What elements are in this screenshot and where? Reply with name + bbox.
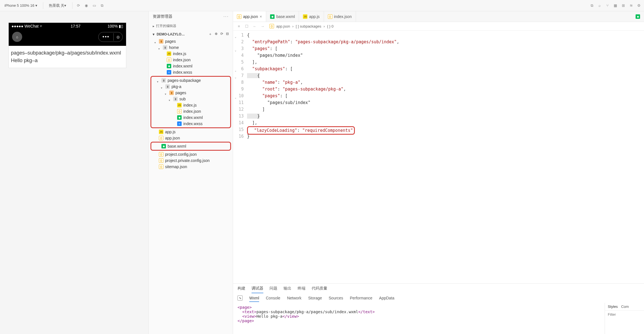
search-icon[interactable]: ⌕ [597,3,602,8]
fold-icon[interactable]: ⌄ [235,33,236,40]
code-line[interactable]: } [247,113,399,119]
device-selector[interactable]: iPhone 5 100% 16 ▾ [2,2,40,9]
project-header[interactable]: ▾ DEMO-LAZYLO… ＋ ⊕ ⟳ ⊟ [149,30,233,38]
tree-item[interactable]: ▮home [149,44,233,51]
dom-node[interactable]: <view>Hello pkg-a</view> [237,314,600,319]
tree-item[interactable]: {}sitemap.json [149,164,233,170]
code-line[interactable]: "pages/home/index" [247,52,399,59]
breadcrumb-node[interactable]: { } 0 [327,24,334,28]
new-file-icon[interactable]: ＋ [209,32,212,37]
breadcrumb-file[interactable]: app.json [276,24,290,28]
devtools-tab[interactable]: Performance [350,296,372,301]
code-line[interactable]: "name": "pkg-a", [247,79,399,86]
devtools-tab[interactable]: Sources [329,296,343,301]
code-line[interactable]: "pages": [ [247,45,399,52]
bookmark-icon[interactable]: ☐ [244,24,249,29]
panel-tab[interactable]: 代码质量 [312,286,327,293]
editor-tab[interactable]: {}index.json [324,11,356,22]
dom-node[interactable]: <page> [237,305,600,310]
code-line[interactable]: "pages/sub/index" [247,99,399,106]
copy-icon[interactable]: ⧉ [589,3,595,8]
fold-icon[interactable]: ⌄ [235,47,236,54]
inspect-icon[interactable]: ⬉ [237,295,243,301]
editor-tab[interactable]: ◆base.wxml [266,11,299,22]
panel-tab[interactable]: 构建 [237,286,245,293]
close-target-icon[interactable]: ◎ [113,33,122,41]
open-editors-section[interactable]: ▸ 打开的编辑器 [149,22,233,30]
tree-item[interactable]: ◆index.wxml [149,63,233,69]
capsule-button[interactable]: ••• ◎ [98,32,123,42]
tree-item[interactable]: JSapp.js [149,129,233,135]
code-line[interactable]: { [247,72,399,79]
tree-item[interactable]: ◆index.wxml [151,114,230,121]
more-icon[interactable]: ··· [223,14,229,19]
code-line[interactable]: "subpackages": [ [247,66,399,72]
panel-tab[interactable]: 终端 [298,286,305,293]
breadcrumb-node[interactable]: [ ] subpackages [296,24,321,28]
code-line[interactable]: ] [247,106,399,113]
panel-tab[interactable]: 输出 [284,286,291,293]
tree-item[interactable]: {}index.json [151,108,230,114]
code-line[interactable]: "root": "pages-subpackage/pkg-a", [247,86,399,92]
tree-item[interactable]: JSindex.js [149,51,233,57]
dom-node[interactable]: <text>pages-subpackage/pkg-a/pages/sub/i… [237,310,600,314]
code-editor[interactable]: 1⌄23⌄456⌄7⌄8910⌄111213141516 { "entryPag… [233,31,644,283]
menu-dots-icon[interactable]: ••• [99,32,113,42]
code-line[interactable]: { [247,32,399,39]
new-folder-icon[interactable]: ⊕ [215,32,218,37]
tree-item[interactable]: ≡index.wxss [149,69,233,75]
stop-icon[interactable]: ◉ [84,3,89,8]
tree-item[interactable]: ◆base.wxml [151,143,230,149]
home-icon[interactable]: ⌂ [12,32,22,42]
devtools-tab[interactable]: Console [266,296,280,301]
tree-item[interactable]: ▮pages-subpackage [151,77,230,84]
code-line[interactable]: ], [247,119,399,126]
editor-tab[interactable]: JSapp.js [299,11,324,22]
devtools-tab[interactable]: Network [287,296,301,301]
devtools-tab[interactable]: Storage [308,296,322,301]
tree-item[interactable]: {}project.config.json [149,151,233,157]
tree-item[interactable]: {}index.json [149,57,233,63]
fold-icon[interactable]: ⌄ [235,74,236,81]
refresh-icon[interactable]: ⟳ [76,3,81,8]
code-line[interactable]: "pages": [ [247,92,399,99]
dom-view[interactable]: <page> <text>pages-subpackage/pkg-a/page… [233,303,605,334]
tree-item[interactable]: ▮pkg-a [151,84,230,90]
tree-item[interactable]: {}project.private.config.json [149,157,233,164]
grid-icon[interactable]: ⊞ [620,3,626,8]
tree-item[interactable]: {}app.json [149,135,233,141]
ext-icon[interactable]: ▦ [613,3,618,8]
branch-icon[interactable]: ⑂ [605,3,610,8]
collapse-icon[interactable]: ⊟ [226,32,229,37]
phone-icon[interactable]: ▭ [92,3,97,8]
forward-icon[interactable]: → [260,24,265,29]
filter-input[interactable] [608,312,641,317]
editor-tab[interactable]: {}app.json× [233,11,266,22]
devtools-tab[interactable]: AppData [379,296,394,301]
panel-tab[interactable]: 调试器 [252,286,263,293]
code-line[interactable]: ], [247,59,399,66]
computed-tab[interactable]: Com [621,304,629,309]
tree-item[interactable]: ▮pages [149,38,233,44]
docker-icon[interactable]: ≋ [628,3,634,8]
tree-item[interactable]: ▮pages [151,90,230,96]
fold-icon[interactable]: ⌄ [235,94,236,101]
tree-item[interactable]: JSindex.js [151,102,230,108]
hot-reload-toggle[interactable]: 热重载 关▾ [47,2,69,9]
wxml-icon[interactable]: ◆ [636,14,640,19]
refresh-tree-icon[interactable]: ⟳ [220,32,223,37]
tree-item[interactable]: ▮sub [151,96,230,102]
devtools-tab[interactable]: Wxml [249,296,259,302]
code-line[interactable]: "lazyCodeLoading": "requiredComponents" [247,126,399,133]
tree-item[interactable]: ≡index.wxss [151,121,230,127]
windows-icon[interactable]: ⧉ [99,3,105,8]
panel-tab[interactable]: 问题 [270,286,277,293]
close-icon[interactable]: × [260,14,262,19]
list-icon[interactable]: ≡ [236,24,241,29]
styles-tab[interactable]: Styles [608,304,618,309]
fold-icon[interactable]: ⌄ [235,67,236,74]
code-line[interactable]: "entryPagePath": "pages-subpackage/pkg-a… [247,39,399,45]
back-icon[interactable]: ← [252,24,257,29]
settings-icon[interactable]: ⚙ [636,3,642,8]
dom-node[interactable]: </page> [237,319,600,323]
